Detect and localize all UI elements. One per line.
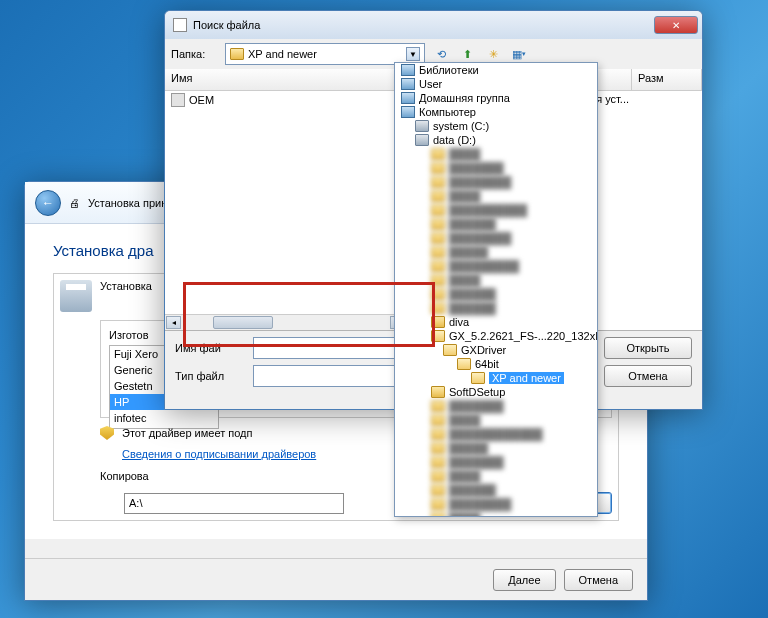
tree-item[interactable]: Библиотеки bbox=[419, 64, 479, 76]
filename-label: Имя фай bbox=[175, 342, 243, 354]
file-name: OEM bbox=[189, 94, 214, 106]
horizontal-scrollbar[interactable]: ◂ ▸ bbox=[165, 314, 406, 330]
tree-item-selected[interactable]: XP and newer bbox=[489, 372, 564, 384]
folder-icon bbox=[431, 316, 445, 328]
folder-icon bbox=[230, 48, 244, 60]
file-row[interactable]: OEM bbox=[165, 91, 406, 109]
user-icon bbox=[401, 78, 415, 90]
homegroup-icon bbox=[401, 92, 415, 104]
folder-icon bbox=[431, 330, 445, 342]
page-icon bbox=[173, 18, 187, 32]
wizard-footer: Далее Отмена bbox=[25, 558, 647, 600]
folder-icon bbox=[443, 344, 457, 356]
dialog-cancel-button[interactable]: Отмена bbox=[604, 365, 692, 387]
dialog-title: Поиск файла bbox=[193, 19, 260, 31]
open-button[interactable]: Открыть bbox=[604, 337, 692, 359]
drive-icon bbox=[415, 134, 429, 146]
folder-icon bbox=[431, 386, 445, 398]
printer-icon: 🖨 bbox=[69, 197, 80, 209]
scroll-left-arrow[interactable]: ◂ bbox=[166, 316, 181, 329]
back-icon[interactable]: ⟲ bbox=[431, 44, 451, 64]
signature-link[interactable]: Сведения о подписывании драйверов bbox=[122, 448, 316, 460]
folder-dropdown-tree[interactable]: Библиотеки User Домашняя группа Компьюте… bbox=[394, 62, 598, 517]
tree-item[interactable]: Домашняя группа bbox=[419, 92, 510, 104]
current-folder: XP and newer bbox=[248, 48, 317, 60]
dialog-titlebar[interactable]: Поиск файла ✕ bbox=[165, 11, 702, 39]
tree-item[interactable]: GXDriver bbox=[461, 344, 506, 356]
close-button[interactable]: ✕ bbox=[654, 16, 698, 34]
signature-note: Этот драйвер имеет подп bbox=[122, 427, 252, 439]
col-name[interactable]: Имя bbox=[165, 69, 406, 90]
col-size[interactable]: Разм bbox=[632, 69, 702, 90]
tree-item[interactable]: system (C:) bbox=[433, 120, 489, 132]
folder-label: Папка: bbox=[171, 48, 219, 60]
setup-info-icon bbox=[171, 93, 185, 107]
shield-icon bbox=[100, 426, 114, 440]
tree-item[interactable]: User bbox=[419, 78, 442, 90]
chevron-down-icon[interactable]: ▼ bbox=[406, 47, 420, 61]
back-button[interactable]: ← bbox=[35, 190, 61, 216]
list-item[interactable]: infotec bbox=[110, 410, 218, 426]
copy-label: Копирова bbox=[100, 470, 149, 482]
up-one-level-icon[interactable]: ⬆ bbox=[457, 44, 477, 64]
tree-item[interactable]: SoftDSetup bbox=[449, 386, 505, 398]
cancel-button[interactable]: Отмена bbox=[564, 569, 633, 591]
folder-icon bbox=[471, 372, 485, 384]
copy-path-input[interactable] bbox=[124, 493, 344, 514]
new-folder-icon[interactable]: ✳ bbox=[483, 44, 503, 64]
views-icon[interactable]: ▦▾ bbox=[509, 44, 529, 64]
install-panel-title: Установка bbox=[100, 280, 152, 292]
wizard-title: Установка прин bbox=[88, 197, 167, 209]
tree-item[interactable]: data (D:) bbox=[433, 134, 476, 146]
printer-large-icon bbox=[60, 280, 92, 312]
tree-item[interactable]: GX_5.2.2621_FS-...220_132xMFP bbox=[449, 330, 598, 342]
filetype-label: Тип файл bbox=[175, 370, 243, 382]
places-bar[interactable]: Имя OEM ◂ ▸ bbox=[165, 69, 407, 331]
tree-item[interactable]: diva bbox=[449, 316, 469, 328]
tree-item[interactable]: 64bit bbox=[475, 358, 499, 370]
libraries-icon bbox=[401, 64, 415, 76]
tree-item[interactable]: Компьютер bbox=[419, 106, 476, 118]
drive-icon bbox=[415, 120, 429, 132]
next-button[interactable]: Далее bbox=[493, 569, 555, 591]
scroll-thumb[interactable] bbox=[213, 316, 273, 329]
computer-icon bbox=[401, 106, 415, 118]
folder-icon bbox=[457, 358, 471, 370]
